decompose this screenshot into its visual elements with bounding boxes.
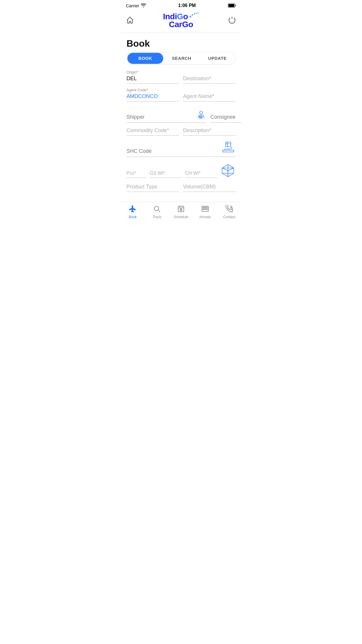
- commodity-code-field: [126, 127, 179, 139]
- origin-field: Origin* DEL: [126, 70, 179, 87]
- tab-search[interactable]: SEARCH: [164, 52, 200, 64]
- svg-rect-1: [229, 4, 234, 7]
- svg-point-6: [198, 13, 198, 13]
- home-button[interactable]: [126, 16, 134, 25]
- bottom-navigation: Book Track Schedule: [121, 202, 241, 223]
- contact-nav-icon: [226, 205, 233, 214]
- power-button[interactable]: [228, 16, 236, 25]
- shc-row: [126, 140, 236, 157]
- svg-line-16: [222, 168, 228, 171]
- volume-field: [183, 184, 236, 195]
- svg-line-17: [228, 168, 234, 171]
- nav-schedule-label: Schedule: [174, 215, 188, 219]
- svg-point-7: [200, 111, 203, 114]
- tab-update[interactable]: UPDATE: [199, 52, 235, 64]
- volume-input[interactable]: [183, 184, 236, 192]
- svg-line-20: [158, 210, 160, 212]
- battery-icon: [228, 4, 236, 8]
- nav-arrivals[interactable]: Arrivals: [196, 205, 214, 219]
- nav-arrivals-label: Arrivals: [199, 215, 211, 219]
- nav-track-label: Track: [152, 215, 161, 219]
- status-carrier: Carrier: [126, 3, 146, 8]
- tab-book[interactable]: BOOK: [127, 53, 163, 64]
- weight-row: [126, 163, 236, 178]
- tab-switcher: BOOK SEARCH UPDATE: [126, 52, 236, 65]
- nav-track[interactable]: Track: [148, 205, 166, 219]
- consignee-field-group: [210, 110, 241, 123]
- app-logo: IndiGo CarGo: [163, 12, 199, 29]
- ch-wt-input[interactable]: [185, 171, 217, 178]
- wifi-icon: [141, 4, 146, 8]
- origin-value[interactable]: DEL: [126, 76, 179, 84]
- search-nav-icon: [153, 205, 161, 214]
- svg-point-19: [154, 206, 159, 211]
- consignee-input[interactable]: [210, 114, 241, 120]
- home-icon: [126, 16, 134, 24]
- product-volume-row: [126, 184, 236, 195]
- commodity-description-row: [126, 127, 236, 139]
- agent-code-field: Agent Code* AMDCONCO: [126, 88, 179, 104]
- description-input[interactable]: [183, 127, 236, 136]
- shipper-field-group: [126, 110, 206, 123]
- destination-input[interactable]: [183, 76, 236, 84]
- product-type-input[interactable]: [126, 184, 179, 192]
- gs-wt-field: [150, 171, 182, 178]
- agent-code-label: Agent Code*: [126, 88, 179, 92]
- nav-contact-label: Contact: [223, 215, 235, 219]
- agent-row: Agent Code* AMDCONCO x: [126, 88, 236, 104]
- pcs-field: [126, 171, 147, 178]
- gs-wt-input[interactable]: [150, 171, 182, 178]
- ch-wt-field: [185, 171, 217, 178]
- status-time: 1:06 PM: [146, 3, 228, 8]
- shc-icon: [221, 140, 236, 154]
- shipper-input[interactable]: [126, 114, 194, 120]
- destination-field: x: [183, 70, 236, 87]
- origin-label: Origin*: [126, 70, 179, 74]
- svg-point-2: [189, 16, 191, 18]
- booking-form: Origin* DEL x Agent Code* AMDCONCO x: [121, 70, 241, 202]
- description-field: [183, 127, 236, 139]
- nav-contact[interactable]: Contact: [221, 205, 238, 219]
- schedule-nav-icon: [177, 205, 185, 214]
- shipper-consignee-row: [126, 110, 236, 123]
- commodity-code-input[interactable]: [126, 127, 179, 136]
- cube-3d-icon: [220, 163, 236, 178]
- plane-nav-icon: [129, 205, 136, 214]
- shipper-icon: [196, 110, 206, 120]
- shc-code-input[interactable]: [126, 148, 221, 154]
- svg-rect-11: [226, 142, 231, 147]
- svg-point-34: [231, 207, 231, 208]
- agent-name-input[interactable]: [183, 93, 236, 102]
- origin-destination-row: Origin* DEL x: [126, 70, 236, 87]
- status-bar: Carrier 1:06 PM: [121, 0, 241, 10]
- power-icon: [228, 16, 236, 24]
- page-title: Book: [121, 33, 241, 52]
- nav-book[interactable]: Book: [124, 205, 141, 219]
- status-battery: [228, 4, 236, 8]
- arrivals-nav-icon: [201, 205, 209, 214]
- nav-book-label: Book: [129, 215, 137, 219]
- pcs-input[interactable]: [126, 171, 147, 178]
- app-header: IndiGo CarGo: [121, 10, 241, 33]
- agent-code-value[interactable]: AMDCONCO: [126, 93, 179, 102]
- agent-name-field: x: [183, 88, 236, 104]
- nav-schedule[interactable]: Schedule: [172, 205, 190, 219]
- product-type-field: [126, 184, 179, 195]
